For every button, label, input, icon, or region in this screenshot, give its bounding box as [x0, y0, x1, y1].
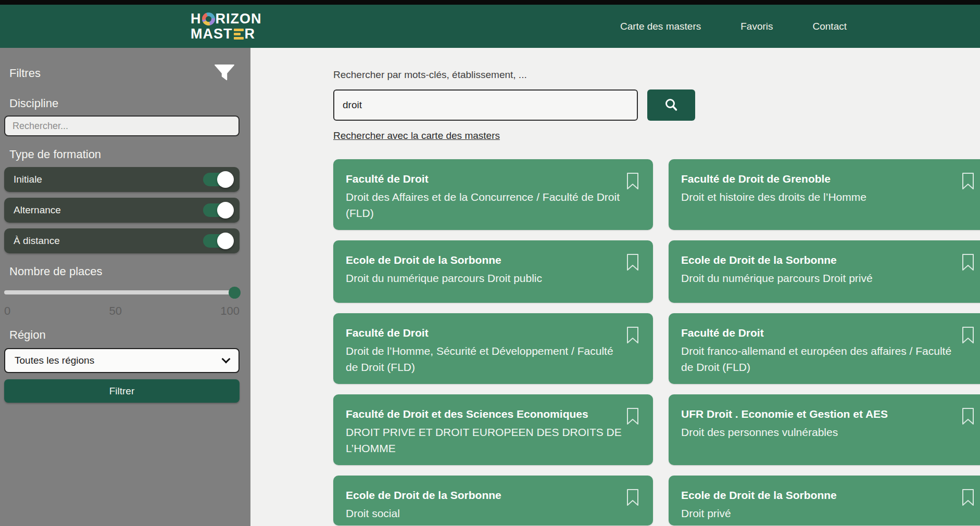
bookmark-outline-icon [626, 172, 639, 190]
result-card[interactable]: Ecole de Droit de la Sorbonne Droit priv… [669, 476, 980, 525]
toggle-row-alternance: Alternance [4, 198, 240, 223]
toggle-row-initiale: Initiale [4, 167, 240, 192]
slider-ticks: 0 50 100 [4, 304, 240, 318]
result-program: Droit de l’Homme, Sécurité et Développem… [346, 343, 640, 375]
result-card[interactable]: Ecole de Droit de la Sorbonne Droit du n… [669, 240, 980, 303]
bookmark-button[interactable] [961, 407, 975, 426]
result-program: Droit du numérique parcours Droit public [346, 270, 640, 286]
bookmark-outline-icon [961, 488, 975, 507]
brand-line1-pre: H [191, 12, 202, 26]
result-program: Droit franco-allemand et européen des af… [681, 343, 976, 375]
tick-mid: 50 [109, 304, 122, 318]
header: HRIZON MASTR Carte des masters Favoris C… [0, 5, 980, 48]
magnifier-icon [663, 97, 679, 113]
result-card[interactable]: Faculté de Droit de Grenoble Droit et hi… [669, 159, 980, 230]
chevron-down-icon [222, 355, 231, 364]
result-card[interactable]: Faculté de Droit Droit franco-allemand e… [669, 313, 980, 384]
toggle-switch-alternance[interactable] [203, 203, 232, 217]
result-program: Droit et histoire des droits de l’Homme [681, 189, 976, 205]
toggle-label-alternance: Alternance [14, 204, 61, 216]
result-program: Droit social [346, 505, 640, 521]
result-card[interactable]: UFR Droit . Economie et Gestion et AES D… [669, 394, 980, 465]
bookmark-button[interactable] [961, 326, 975, 344]
keyword-search-input[interactable] [333, 89, 638, 121]
bookmark-outline-icon [626, 253, 639, 272]
region-select[interactable]: Toutes les régions [4, 348, 240, 373]
search-hint-label: Rechercher par mots-clés, établissement,… [333, 69, 527, 81]
result-school: Faculté de Droit de Grenoble [681, 172, 976, 186]
brand-logo[interactable]: HRIZON MASTR [191, 12, 262, 41]
brand-line-2: MASTR [191, 27, 262, 41]
bookmark-button[interactable] [961, 488, 975, 507]
result-school: Ecole de Droit de la Sorbonne [681, 253, 976, 267]
result-card[interactable]: Faculté de Droit Droit des Affaires et d… [333, 159, 653, 230]
brand-e-bars-icon [234, 29, 244, 40]
result-school: Ecole de Droit de la Sorbonne [681, 488, 976, 502]
discipline-search-input[interactable] [4, 116, 240, 136]
result-school: Faculté de Droit [346, 172, 640, 186]
result-school: Faculté de Droit [346, 326, 640, 340]
result-program: Droit privé [681, 505, 976, 521]
result-school: Faculté de Droit [681, 326, 976, 340]
type-formation-label: Type de formation [4, 148, 240, 161]
slider-track[interactable] [4, 290, 240, 294]
bookmark-button[interactable] [961, 253, 975, 272]
result-card[interactable]: Faculté de Droit Droit de l’Homme, Sécur… [333, 313, 653, 384]
result-program: Droit du numérique parcours Droit privé [681, 270, 976, 286]
funnel-icon [213, 63, 235, 83]
result-program: Droit des Affaires et de la Concurrence … [346, 189, 640, 221]
region-label: Région [4, 328, 240, 342]
places-slider [4, 287, 240, 298]
brand-line2-pre: MAST [191, 27, 233, 41]
map-search-link[interactable]: Rechercher avec la carte des masters [333, 130, 500, 142]
bookmark-button[interactable] [626, 488, 639, 507]
result-school: Faculté de Droit et des Sciences Economi… [346, 407, 640, 421]
nombre-places-label: Nombre de places [4, 265, 240, 278]
toggle-row-a-distance: À distance [4, 228, 240, 253]
results-grid: Faculté de Droit Droit des Affaires et d… [333, 159, 980, 525]
brand-line1-post: RIZON [216, 12, 262, 26]
result-card[interactable]: Ecole de Droit de la Sorbonne Droit soci… [333, 476, 653, 525]
main-nav: Carte des masters Favoris Contact [620, 21, 847, 32]
tick-min: 0 [4, 304, 10, 318]
brand-o-donut-icon [202, 12, 215, 25]
result-program: DROIT PRIVE ET DROIT EUROPEEN DES DROITS… [346, 424, 640, 456]
search-button[interactable] [647, 89, 695, 121]
brand-line-1: HRIZON [191, 12, 262, 26]
bookmark-outline-icon [626, 407, 639, 426]
bookmark-outline-icon [961, 326, 975, 344]
brand-line2-post: R [245, 27, 256, 41]
toggle-label-initiale: Initiale [14, 174, 42, 185]
result-card[interactable]: Faculté de Droit et des Sciences Economi… [333, 394, 653, 465]
filters-sidebar: Filtres Discipline Type de formation Ini… [0, 48, 250, 526]
bookmark-outline-icon [961, 253, 975, 272]
bookmark-button[interactable] [961, 172, 975, 190]
region-select-value: Toutes les régions [15, 355, 94, 366]
toggle-label-a-distance: À distance [14, 235, 60, 247]
bookmark-outline-icon [961, 172, 975, 190]
filters-title: Filtres [9, 67, 41, 80]
filter-button[interactable]: Filtrer [4, 379, 240, 403]
result-program: Droit des personnes vulnérables [681, 424, 976, 440]
nav-item-carte-des-masters[interactable]: Carte des masters [620, 21, 701, 32]
result-school: Ecole de Droit de la Sorbonne [346, 488, 640, 502]
toggle-knob [217, 202, 234, 219]
result-card[interactable]: Ecole de Droit de la Sorbonne Droit du n… [333, 240, 653, 303]
result-school: Ecole de Droit de la Sorbonne [346, 253, 640, 267]
nav-item-contact[interactable]: Contact [813, 21, 847, 32]
tick-max: 100 [220, 304, 240, 318]
bookmark-outline-icon [961, 407, 975, 426]
bookmark-outline-icon [626, 488, 639, 507]
bookmark-button[interactable] [626, 172, 639, 190]
bookmark-button[interactable] [626, 326, 639, 344]
bookmark-button[interactable] [626, 253, 639, 272]
slider-thumb[interactable] [229, 287, 241, 299]
toggle-switch-a-distance[interactable] [203, 234, 232, 248]
nav-item-favoris[interactable]: Favoris [740, 21, 773, 32]
bookmark-button[interactable] [626, 407, 639, 426]
toggle-switch-initiale[interactable] [203, 173, 232, 186]
toggle-knob [217, 233, 234, 249]
result-school: UFR Droit . Economie et Gestion et AES [681, 407, 976, 421]
app-window: HRIZON MASTR Carte des masters Favoris C… [0, 0, 980, 526]
discipline-label: Discipline [4, 97, 240, 110]
